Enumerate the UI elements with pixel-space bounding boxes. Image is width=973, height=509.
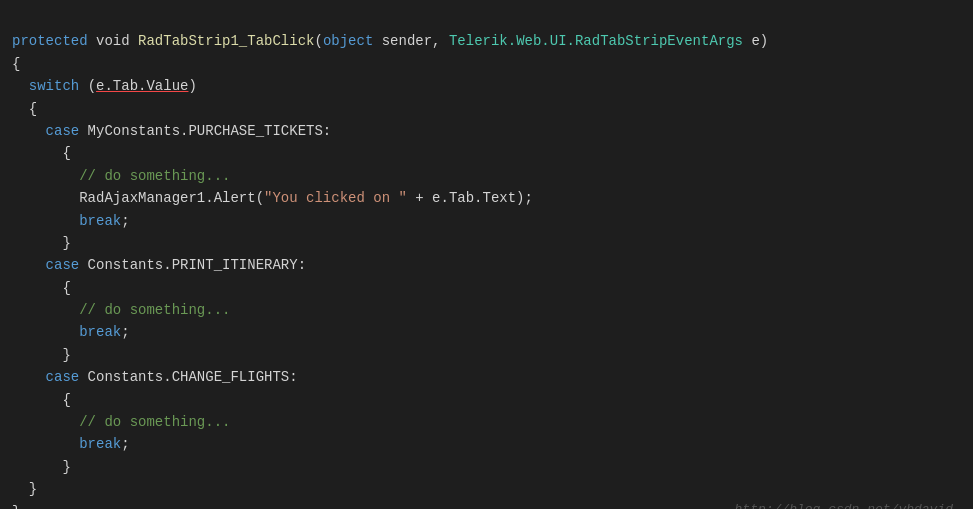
code-line: { — [12, 389, 961, 411]
code-line: switch (e.Tab.Value) — [12, 75, 961, 97]
code-line: // do something... — [12, 299, 961, 321]
code-line: case Constants.CHANGE_FLIGHTS: — [12, 366, 961, 388]
code-line: // do something... — [12, 411, 961, 433]
watermark: http://blog.csdn.net/vbdavid — [735, 500, 953, 509]
code-line: protected void RadTabStrip1_TabClick(obj… — [12, 30, 961, 52]
code-line: break; — [12, 210, 961, 232]
code-line: } — [12, 232, 961, 254]
code-line: { — [12, 277, 961, 299]
code-line: { — [12, 98, 961, 120]
code-line: } — [12, 344, 961, 366]
code-line: case Constants.PRINT_ITINERARY: — [12, 254, 961, 276]
code-line: { — [12, 142, 961, 164]
code-line: RadAjaxManager1.Alert("You clicked on " … — [12, 187, 961, 209]
code-line: break; — [12, 321, 961, 343]
code-line: } — [12, 456, 961, 478]
code-line: break; — [12, 433, 961, 455]
code-line: case MyConstants.PURCHASE_TICKETS: — [12, 120, 961, 142]
code-line: // do something... — [12, 165, 961, 187]
code-line: } — [12, 478, 961, 500]
code-line: { — [12, 53, 961, 75]
code-editor: protected void RadTabStrip1_TabClick(obj… — [0, 0, 973, 509]
